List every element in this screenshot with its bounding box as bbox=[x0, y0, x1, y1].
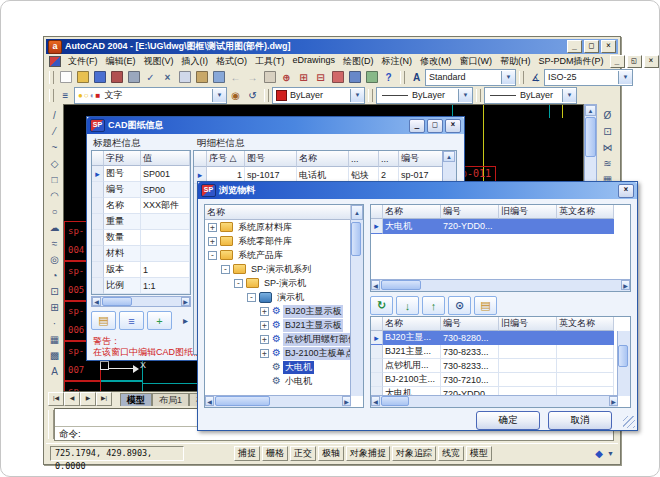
dim-style-icon[interactable]: ∡ bbox=[527, 69, 544, 85]
scroll-left-icon[interactable]: ◀ bbox=[92, 297, 101, 306]
grid-cell[interactable]: 730-8280... bbox=[441, 331, 499, 345]
tree-item[interactable]: +⚙BJ20主显示板 bbox=[260, 304, 363, 318]
grid-cell[interactable] bbox=[557, 373, 614, 387]
tab-layout1[interactable]: 布局1 bbox=[152, 393, 189, 406]
status-toggle[interactable]: 线宽 bbox=[438, 446, 464, 461]
columns-icon[interactable]: ≡ bbox=[119, 311, 144, 330]
doc-minimize-button[interactable]: _ bbox=[610, 55, 625, 68]
spline-icon[interactable]: ≈ bbox=[47, 235, 63, 251]
construction-line-icon[interactable]: ⁄ bbox=[47, 123, 63, 139]
linetype-combo[interactable]: ByLayer ▼ bbox=[376, 87, 473, 104]
undo-icon[interactable]: ← bbox=[227, 69, 244, 85]
menu-item[interactable]: 帮助(H) bbox=[496, 55, 535, 68]
grid-cell[interactable] bbox=[557, 331, 614, 345]
make-block-icon[interactable]: ⊞ bbox=[47, 299, 63, 315]
grid-header-cell[interactable]: 旧编号 bbox=[499, 317, 557, 331]
mirror-icon[interactable]: ⋈ bbox=[600, 139, 616, 155]
status-toggle[interactable]: 捕捉 bbox=[234, 446, 260, 461]
menu-item[interactable]: 绘图(D) bbox=[339, 55, 378, 68]
value-cell[interactable] bbox=[141, 246, 190, 262]
spelling-icon[interactable]: ✓ bbox=[142, 69, 159, 85]
grid-cell[interactable]: 730-7210... bbox=[441, 373, 499, 387]
grid-header-cell[interactable]: 英文名称 bbox=[557, 205, 614, 219]
chevron-down-icon[interactable]: ▼ bbox=[562, 89, 576, 102]
status-toggle[interactable]: 模型 bbox=[466, 446, 492, 461]
chevron-down-icon[interactable]: ▼ bbox=[458, 89, 472, 102]
table-row[interactable]: BJ21主显...730-8233... bbox=[371, 345, 630, 359]
tree-item-label[interactable]: BJ20主显示板 bbox=[283, 305, 344, 318]
toolbar-grip[interactable] bbox=[368, 89, 373, 102]
chevron-down-icon[interactable]: ▼ bbox=[350, 89, 364, 102]
grid-header-cell[interactable]: ... bbox=[379, 151, 399, 167]
menu-item[interactable]: 格式(O) bbox=[212, 55, 251, 68]
grid-header-cell[interactable]: 值 bbox=[141, 151, 190, 166]
table-row[interactable]: 点钞机用...730-8233... bbox=[371, 359, 630, 373]
ellipse-arc-icon[interactable]: ◔ bbox=[47, 267, 63, 283]
expand-icon[interactable]: + bbox=[208, 223, 217, 232]
minimize-button[interactable]: _ bbox=[567, 40, 582, 53]
new-icon[interactable] bbox=[57, 69, 74, 85]
scroll-thumb[interactable] bbox=[381, 396, 409, 406]
add-icon[interactable]: + bbox=[147, 311, 172, 330]
value-cell[interactable] bbox=[141, 214, 190, 230]
rectangle-icon[interactable]: □ bbox=[47, 171, 63, 187]
polyline-icon[interactable]: ~ bbox=[47, 139, 63, 155]
expand-icon[interactable]: + bbox=[260, 349, 269, 358]
tree-item[interactable]: -演示机 bbox=[247, 290, 363, 304]
table-row[interactable]: 重量 bbox=[92, 214, 190, 230]
dialog-title-bar[interactable]: SP 浏览物料 × bbox=[198, 182, 637, 199]
erase-icon[interactable]: Ø bbox=[600, 107, 616, 123]
zoom-previous-icon[interactable]: ⊟ bbox=[312, 69, 329, 85]
menu-item[interactable]: 文件(F) bbox=[64, 55, 102, 68]
lineweight-combo[interactable]: ByLayer ▼ bbox=[484, 87, 577, 104]
expand-icon[interactable]: + bbox=[260, 335, 269, 344]
plot-preview-icon[interactable] bbox=[125, 69, 142, 85]
scroll-thumb[interactable] bbox=[351, 222, 361, 256]
grid-cell[interactable]: 730-8233... bbox=[441, 359, 499, 373]
expand-icon[interactable]: + bbox=[208, 237, 217, 246]
toolbar-grip[interactable] bbox=[400, 71, 405, 84]
grid-cell[interactable]: 720-YDD0... bbox=[441, 219, 499, 234]
table-row[interactable]: 材料 bbox=[92, 246, 190, 262]
toolbar-grip[interactable] bbox=[264, 89, 269, 102]
grid-header-cell[interactable]: 序号 △ bbox=[207, 151, 245, 167]
scroll-thumb[interactable] bbox=[102, 297, 132, 306]
expand-icon[interactable]: + bbox=[260, 307, 269, 316]
status-toggle[interactable]: 对象追踪 bbox=[392, 446, 436, 461]
match-properties-icon[interactable] bbox=[210, 69, 227, 85]
collapse-icon[interactable]: - bbox=[221, 265, 230, 274]
tree-item-label[interactable]: 系统产品库 bbox=[236, 249, 285, 262]
scroll-up-icon[interactable]: ▲ bbox=[351, 205, 363, 220]
layers-icon[interactable]: ≡ bbox=[57, 87, 74, 103]
text-style-icon[interactable]: A bbox=[408, 69, 425, 85]
refresh-icon[interactable]: ↻ bbox=[370, 296, 393, 315]
grid-header-cell[interactable]: 旧编号 bbox=[499, 205, 557, 219]
grid-header-cell[interactable]: 英文名称 bbox=[557, 317, 614, 331]
status-toggle[interactable]: 对象捕捉 bbox=[346, 446, 390, 461]
menu-item[interactable]: 工具(T) bbox=[251, 55, 289, 68]
ok-button[interactable]: 确定 bbox=[476, 411, 540, 430]
field-cell[interactable]: 比例 bbox=[104, 278, 141, 294]
table-row[interactable]: BJ-2100主...730-7210... bbox=[371, 373, 630, 387]
make-layer-current-icon[interactable]: ◉ bbox=[227, 87, 244, 103]
menu-item[interactable]: 视图(V) bbox=[140, 55, 178, 68]
table-row[interactable]: 编号SP00 bbox=[92, 182, 190, 198]
ellipse-icon[interactable]: ◎ bbox=[47, 251, 63, 267]
value-cell[interactable]: SP00 bbox=[141, 182, 190, 198]
maximize-button[interactable]: □ bbox=[584, 40, 599, 53]
grid-cell[interactable] bbox=[499, 359, 557, 373]
grid-cell[interactable]: BJ21主显... bbox=[383, 345, 441, 359]
line-icon[interactable]: / bbox=[47, 107, 63, 123]
redo-icon[interactable]: → bbox=[244, 69, 261, 85]
copy-object-icon[interactable]: ⊡ bbox=[600, 123, 616, 139]
toolbar-grip[interactable] bbox=[476, 89, 481, 102]
grid-cell[interactable]: BJ-2100主... bbox=[383, 373, 441, 387]
grid-cell[interactable]: BJ20主显... bbox=[383, 331, 441, 345]
insert-block-icon[interactable]: ⊡ bbox=[47, 283, 63, 299]
grid-header-cell[interactable]: 编号 bbox=[441, 317, 499, 331]
document-icon[interactable] bbox=[49, 56, 61, 67]
pan-realtime-icon[interactable] bbox=[261, 69, 278, 85]
color-combo[interactable]: ByLayer ▼ bbox=[272, 87, 365, 104]
field-cell[interactable]: 重量 bbox=[104, 214, 141, 230]
scroll-up-icon[interactable]: ▲ bbox=[585, 105, 596, 116]
